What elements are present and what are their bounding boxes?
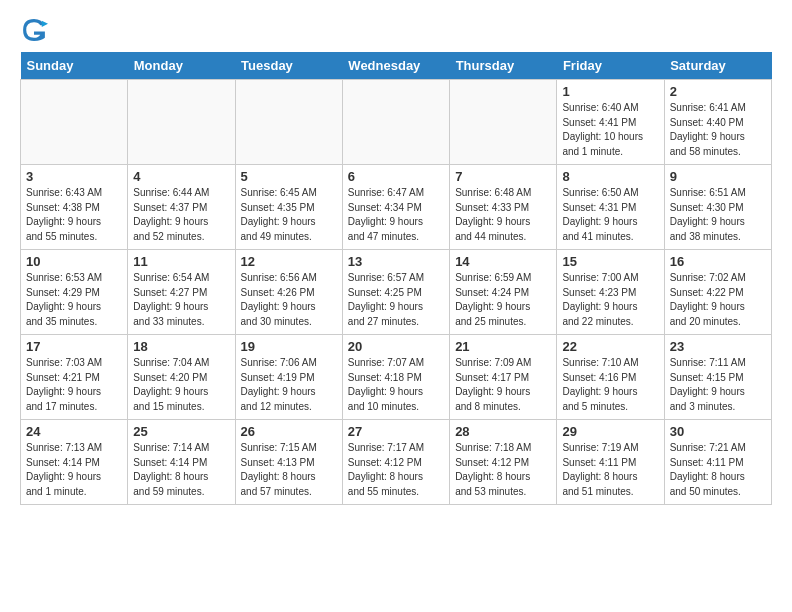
day-number: 15 <box>562 254 658 269</box>
calendar-cell: 5Sunrise: 6:45 AM Sunset: 4:35 PM Daylig… <box>235 165 342 250</box>
day-number: 27 <box>348 424 444 439</box>
day-info: Sunrise: 6:41 AM Sunset: 4:40 PM Dayligh… <box>670 101 766 159</box>
calendar-cell: 10Sunrise: 6:53 AM Sunset: 4:29 PM Dayli… <box>21 250 128 335</box>
day-info: Sunrise: 6:59 AM Sunset: 4:24 PM Dayligh… <box>455 271 551 329</box>
calendar-cell: 16Sunrise: 7:02 AM Sunset: 4:22 PM Dayli… <box>664 250 771 335</box>
day-info: Sunrise: 6:47 AM Sunset: 4:34 PM Dayligh… <box>348 186 444 244</box>
day-number: 9 <box>670 169 766 184</box>
day-number: 7 <box>455 169 551 184</box>
calendar-cell: 9Sunrise: 6:51 AM Sunset: 4:30 PM Daylig… <box>664 165 771 250</box>
logo-icon <box>20 16 48 44</box>
day-number: 1 <box>562 84 658 99</box>
calendar-cell: 29Sunrise: 7:19 AM Sunset: 4:11 PM Dayli… <box>557 420 664 505</box>
calendar-cell: 22Sunrise: 7:10 AM Sunset: 4:16 PM Dayli… <box>557 335 664 420</box>
calendar-week-3: 10Sunrise: 6:53 AM Sunset: 4:29 PM Dayli… <box>21 250 772 335</box>
calendar-cell <box>128 80 235 165</box>
day-number: 18 <box>133 339 229 354</box>
day-info: Sunrise: 7:17 AM Sunset: 4:12 PM Dayligh… <box>348 441 444 499</box>
calendar-cell: 4Sunrise: 6:44 AM Sunset: 4:37 PM Daylig… <box>128 165 235 250</box>
calendar-cell: 20Sunrise: 7:07 AM Sunset: 4:18 PM Dayli… <box>342 335 449 420</box>
day-number: 6 <box>348 169 444 184</box>
calendar-cell: 15Sunrise: 7:00 AM Sunset: 4:23 PM Dayli… <box>557 250 664 335</box>
logo <box>20 16 50 44</box>
calendar-week-4: 17Sunrise: 7:03 AM Sunset: 4:21 PM Dayli… <box>21 335 772 420</box>
day-number: 10 <box>26 254 122 269</box>
day-info: Sunrise: 6:53 AM Sunset: 4:29 PM Dayligh… <box>26 271 122 329</box>
day-number: 4 <box>133 169 229 184</box>
day-info: Sunrise: 7:07 AM Sunset: 4:18 PM Dayligh… <box>348 356 444 414</box>
day-info: Sunrise: 7:10 AM Sunset: 4:16 PM Dayligh… <box>562 356 658 414</box>
day-info: Sunrise: 6:40 AM Sunset: 4:41 PM Dayligh… <box>562 101 658 159</box>
calendar-cell: 2Sunrise: 6:41 AM Sunset: 4:40 PM Daylig… <box>664 80 771 165</box>
calendar-table: SundayMondayTuesdayWednesdayThursdayFrid… <box>20 52 772 505</box>
day-info: Sunrise: 7:21 AM Sunset: 4:11 PM Dayligh… <box>670 441 766 499</box>
day-info: Sunrise: 6:54 AM Sunset: 4:27 PM Dayligh… <box>133 271 229 329</box>
calendar-cell: 23Sunrise: 7:11 AM Sunset: 4:15 PM Dayli… <box>664 335 771 420</box>
day-number: 23 <box>670 339 766 354</box>
day-info: Sunrise: 7:19 AM Sunset: 4:11 PM Dayligh… <box>562 441 658 499</box>
calendar-week-1: 1Sunrise: 6:40 AM Sunset: 4:41 PM Daylig… <box>21 80 772 165</box>
calendar-cell: 25Sunrise: 7:14 AM Sunset: 4:14 PM Dayli… <box>128 420 235 505</box>
day-number: 5 <box>241 169 337 184</box>
day-number: 3 <box>26 169 122 184</box>
calendar-cell: 19Sunrise: 7:06 AM Sunset: 4:19 PM Dayli… <box>235 335 342 420</box>
weekday-header-sunday: Sunday <box>21 52 128 80</box>
day-info: Sunrise: 7:02 AM Sunset: 4:22 PM Dayligh… <box>670 271 766 329</box>
day-info: Sunrise: 7:18 AM Sunset: 4:12 PM Dayligh… <box>455 441 551 499</box>
day-info: Sunrise: 6:50 AM Sunset: 4:31 PM Dayligh… <box>562 186 658 244</box>
day-number: 28 <box>455 424 551 439</box>
calendar-cell <box>235 80 342 165</box>
calendar-cell <box>21 80 128 165</box>
day-info: Sunrise: 6:56 AM Sunset: 4:26 PM Dayligh… <box>241 271 337 329</box>
weekday-header-monday: Monday <box>128 52 235 80</box>
day-number: 29 <box>562 424 658 439</box>
day-number: 11 <box>133 254 229 269</box>
weekday-header-wednesday: Wednesday <box>342 52 449 80</box>
day-number: 16 <box>670 254 766 269</box>
page-container: SundayMondayTuesdayWednesdayThursdayFrid… <box>0 0 792 521</box>
calendar-week-2: 3Sunrise: 6:43 AM Sunset: 4:38 PM Daylig… <box>21 165 772 250</box>
day-info: Sunrise: 6:43 AM Sunset: 4:38 PM Dayligh… <box>26 186 122 244</box>
day-number: 2 <box>670 84 766 99</box>
calendar-cell: 7Sunrise: 6:48 AM Sunset: 4:33 PM Daylig… <box>450 165 557 250</box>
calendar-cell: 6Sunrise: 6:47 AM Sunset: 4:34 PM Daylig… <box>342 165 449 250</box>
calendar-cell: 18Sunrise: 7:04 AM Sunset: 4:20 PM Dayli… <box>128 335 235 420</box>
day-number: 14 <box>455 254 551 269</box>
day-info: Sunrise: 7:14 AM Sunset: 4:14 PM Dayligh… <box>133 441 229 499</box>
day-info: Sunrise: 7:00 AM Sunset: 4:23 PM Dayligh… <box>562 271 658 329</box>
calendar-cell: 21Sunrise: 7:09 AM Sunset: 4:17 PM Dayli… <box>450 335 557 420</box>
calendar-cell: 8Sunrise: 6:50 AM Sunset: 4:31 PM Daylig… <box>557 165 664 250</box>
day-info: Sunrise: 7:03 AM Sunset: 4:21 PM Dayligh… <box>26 356 122 414</box>
weekday-header-saturday: Saturday <box>664 52 771 80</box>
day-info: Sunrise: 6:48 AM Sunset: 4:33 PM Dayligh… <box>455 186 551 244</box>
weekday-header-tuesday: Tuesday <box>235 52 342 80</box>
day-info: Sunrise: 6:51 AM Sunset: 4:30 PM Dayligh… <box>670 186 766 244</box>
calendar-cell: 26Sunrise: 7:15 AM Sunset: 4:13 PM Dayli… <box>235 420 342 505</box>
calendar-cell: 28Sunrise: 7:18 AM Sunset: 4:12 PM Dayli… <box>450 420 557 505</box>
day-number: 25 <box>133 424 229 439</box>
day-info: Sunrise: 6:57 AM Sunset: 4:25 PM Dayligh… <box>348 271 444 329</box>
calendar-cell: 1Sunrise: 6:40 AM Sunset: 4:41 PM Daylig… <box>557 80 664 165</box>
calendar-cell: 24Sunrise: 7:13 AM Sunset: 4:14 PM Dayli… <box>21 420 128 505</box>
calendar-cell: 11Sunrise: 6:54 AM Sunset: 4:27 PM Dayli… <box>128 250 235 335</box>
day-info: Sunrise: 7:04 AM Sunset: 4:20 PM Dayligh… <box>133 356 229 414</box>
day-number: 20 <box>348 339 444 354</box>
calendar-cell: 27Sunrise: 7:17 AM Sunset: 4:12 PM Dayli… <box>342 420 449 505</box>
day-number: 13 <box>348 254 444 269</box>
calendar-cell: 12Sunrise: 6:56 AM Sunset: 4:26 PM Dayli… <box>235 250 342 335</box>
calendar-cell: 17Sunrise: 7:03 AM Sunset: 4:21 PM Dayli… <box>21 335 128 420</box>
header <box>20 16 772 44</box>
day-info: Sunrise: 7:15 AM Sunset: 4:13 PM Dayligh… <box>241 441 337 499</box>
calendar-cell: 14Sunrise: 6:59 AM Sunset: 4:24 PM Dayli… <box>450 250 557 335</box>
calendar-cell: 30Sunrise: 7:21 AM Sunset: 4:11 PM Dayli… <box>664 420 771 505</box>
day-number: 12 <box>241 254 337 269</box>
calendar-cell: 13Sunrise: 6:57 AM Sunset: 4:25 PM Dayli… <box>342 250 449 335</box>
calendar-week-5: 24Sunrise: 7:13 AM Sunset: 4:14 PM Dayli… <box>21 420 772 505</box>
day-number: 26 <box>241 424 337 439</box>
day-info: Sunrise: 7:13 AM Sunset: 4:14 PM Dayligh… <box>26 441 122 499</box>
day-number: 24 <box>26 424 122 439</box>
weekday-header-row: SundayMondayTuesdayWednesdayThursdayFrid… <box>21 52 772 80</box>
weekday-header-thursday: Thursday <box>450 52 557 80</box>
calendar-cell <box>450 80 557 165</box>
calendar-cell <box>342 80 449 165</box>
